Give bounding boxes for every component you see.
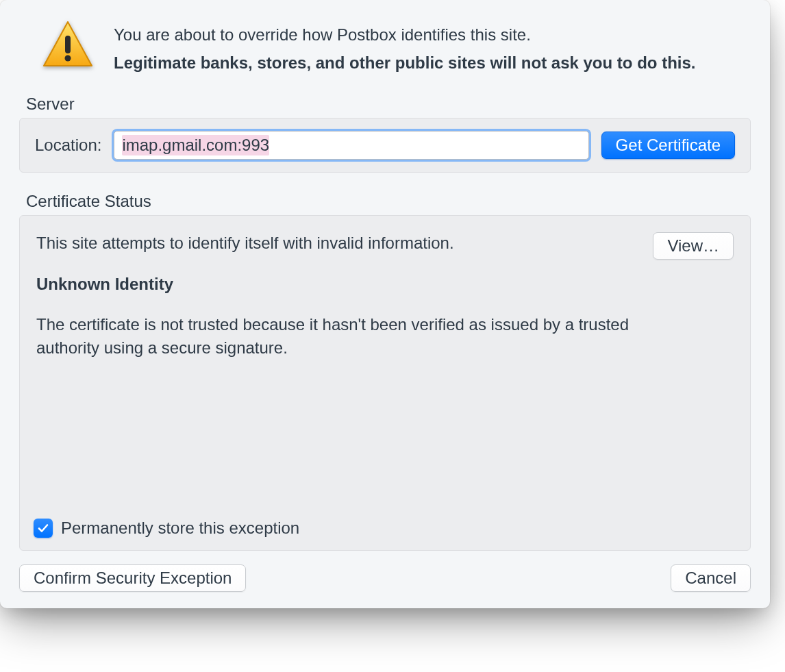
permanent-store-row[interactable]: Permanently store this exception bbox=[34, 519, 299, 538]
checkmark-icon bbox=[37, 522, 49, 534]
location-label: Location: bbox=[35, 136, 101, 155]
cert-status-panel: This site attempts to identify itself wi… bbox=[19, 215, 751, 551]
header-line2: Legitimate banks, stores, and other publ… bbox=[114, 50, 695, 75]
location-input[interactable]: imap.gmail.com:993 bbox=[114, 131, 588, 160]
svg-rect-0 bbox=[65, 36, 71, 53]
server-section-label: Server bbox=[26, 95, 751, 114]
permanent-store-label: Permanently store this exception bbox=[61, 519, 299, 538]
cert-invalid-message: This site attempts to identify itself wi… bbox=[36, 231, 571, 256]
permanent-store-checkbox[interactable] bbox=[34, 519, 53, 538]
warning-icon bbox=[41, 19, 95, 70]
cert-explanation: The certificate is not trusted because i… bbox=[36, 313, 694, 359]
header-text: You are about to override how Postbox id… bbox=[114, 19, 695, 75]
svg-point-1 bbox=[65, 55, 71, 62]
location-input-wrapper[interactable]: imap.gmail.com:993 bbox=[114, 131, 588, 160]
confirm-security-exception-button[interactable]: Confirm Security Exception bbox=[19, 564, 246, 592]
security-exception-dialog: You are about to override how Postbox id… bbox=[0, 0, 770, 608]
view-certificate-button[interactable]: View… bbox=[653, 232, 734, 260]
cancel-button[interactable]: Cancel bbox=[671, 564, 751, 592]
get-certificate-button[interactable]: Get Certificate bbox=[601, 132, 735, 159]
server-row: Location: imap.gmail.com:993 Get Certifi… bbox=[35, 131, 735, 160]
unknown-identity-title: Unknown Identity bbox=[36, 275, 734, 294]
dialog-header: You are about to override how Postbox id… bbox=[19, 19, 751, 75]
cert-status-section-label: Certificate Status bbox=[26, 192, 751, 211]
server-panel: Location: imap.gmail.com:993 Get Certifi… bbox=[19, 118, 751, 173]
dialog-footer: Confirm Security Exception Cancel bbox=[19, 564, 751, 592]
location-input-value: imap.gmail.com:993 bbox=[122, 132, 269, 159]
header-line1: You are about to override how Postbox id… bbox=[114, 22, 695, 47]
